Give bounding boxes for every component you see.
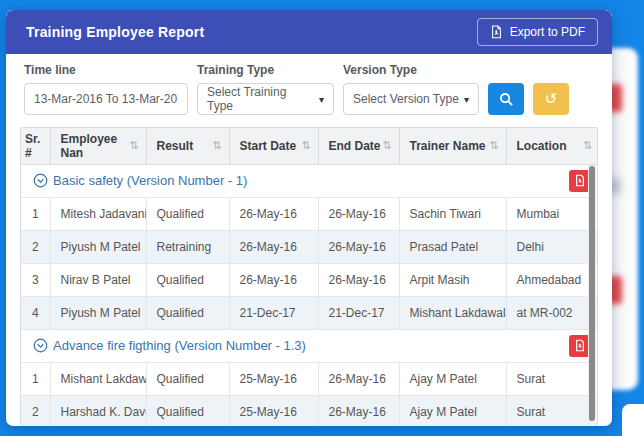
export-pdf-label: Export to PDF [510,25,585,39]
table-cell: 26-May-16 [229,197,318,230]
training-type-select[interactable]: Select Training Type ▾ [197,83,334,115]
timeline-filter: Time line [24,63,188,115]
collapse-chevron-icon[interactable] [33,338,48,353]
group-header-row[interactable]: Basic safety (Version Number - 1) [21,164,598,197]
table-cell: at MR-002 [506,296,598,329]
table-cell: Surat [506,395,598,426]
search-icon [499,92,514,107]
table-body: Basic safety (Version Number - 1)1Mitesh… [21,164,598,426]
column-header-sr: Sr. # [21,128,50,164]
table-row: 3Nirav B PatelQualified26-May-1626-May-1… [21,263,598,296]
table-cell: Mishant Lakdawala [399,296,506,329]
timeline-input[interactable] [24,83,188,115]
report-table: Sr. # Employee Nan ⇅ Result ⇅ Start Date… [20,127,598,426]
table-cell: Qualified [146,263,229,296]
table-cell: Arpit Masih [399,263,506,296]
training-type-filter: Training Type Select Training Type ▾ [197,63,334,115]
sort-icon[interactable]: ⇅ [382,139,391,152]
table-cell: 26-May-16 [318,263,399,296]
sort-icon[interactable]: ⇅ [129,139,138,152]
table-cell: Surat [506,362,598,395]
version-type-select[interactable]: Select Version Type ▾ [343,83,479,115]
table-cell: 26-May-16 [318,197,399,230]
table-cell: Ajay M Patel [399,395,506,426]
refresh-button[interactable]: ↺ [533,83,569,115]
table-cell: Mitesh Jadavani [50,197,146,230]
timeline-label: Time line [24,63,188,77]
table-cell: Retraining [146,230,229,263]
table-row: 2Harshad K. DaveQualified25-May-1626-May… [21,395,598,426]
table-cell: 26-May-16 [318,230,399,263]
sort-icon[interactable]: ⇅ [489,139,498,152]
table-cell: Piyush M Patel [50,296,146,329]
sort-icon[interactable]: ⇅ [301,139,310,152]
table-cell: Harshad K. Dave [50,395,146,426]
version-type-label: Version Type [343,63,479,77]
table-cell: 26-May-16 [318,395,399,426]
group-header-row[interactable]: Advance fire figthing (Version Number - … [21,329,598,362]
group-title: Basic safety (Version Number - 1) [53,173,247,188]
column-header-employee-name[interactable]: Employee Nan ⇅ [50,128,146,164]
table-cell: Mumbai [506,197,598,230]
table-cell: 25-May-16 [229,395,318,426]
pdf-file-icon [574,339,586,352]
column-header-result[interactable]: Result ⇅ [146,128,229,164]
column-header-end-date[interactable]: End Date ⇅ [318,128,399,164]
sort-icon[interactable]: ⇅ [212,139,221,152]
training-type-label: Training Type [197,63,334,77]
pdf-file-icon [574,174,586,187]
group-header-cell: Basic safety (Version Number - 1) [21,164,598,197]
search-button[interactable] [488,83,524,115]
table-cell: 4 [21,296,50,329]
table-cell: 26-May-16 [229,230,318,263]
collapse-chevron-icon[interactable] [33,173,48,188]
sort-icon[interactable]: ⇅ [583,139,592,152]
table-cell: Qualified [146,395,229,426]
column-header-trainer-name[interactable]: Trainer Name ⇅ [399,128,506,164]
table-cell: 2 [21,230,50,263]
table-cell: Qualified [146,296,229,329]
report-modal: Training Employee Report Export to PDF T… [6,10,612,426]
table-cell: 1 [21,197,50,230]
table-cell: Sachin Tiwari [399,197,506,230]
table-header-row: Sr. # Employee Nan ⇅ Result ⇅ Start Date… [21,128,598,164]
export-pdf-button[interactable]: Export to PDF [477,18,598,46]
background-page-corner [622,404,644,436]
table-cell: 1 [21,362,50,395]
column-header-location[interactable]: Location ⇅ [506,128,598,164]
group-header-cell: Advance fire figthing (Version Number - … [21,329,598,362]
filter-bar: Time line Training Type Select Training … [6,54,612,127]
table-cell: Ajay M Patel [399,362,506,395]
column-header-start-date[interactable]: Start Date ⇅ [229,128,318,164]
table-cell: Delhi [506,230,598,263]
table-scrollbar[interactable] [588,165,596,426]
training-type-selected: Select Training Type [207,85,315,113]
table-cell: Prasad Patel [399,230,506,263]
table-cell: 26-May-16 [229,263,318,296]
table-cell: 26-May-16 [318,362,399,395]
chevron-down-icon: ▾ [464,94,469,105]
table-cell: 3 [21,263,50,296]
table-cell: 21-Dec-17 [229,296,318,329]
refresh-icon: ↺ [545,92,558,107]
table-cell: 21-Dec-17 [318,296,399,329]
version-type-selected: Select Version Type [353,92,460,106]
table-cell: Nirav B Patel [50,263,146,296]
pdf-file-icon [490,25,503,39]
group-title: Advance fire figthing (Version Number - … [53,338,306,353]
version-type-filter: Version Type Select Version Type ▾ [343,63,479,115]
modal-header: Training Employee Report Export to PDF [6,10,612,54]
table-cell: Qualified [146,362,229,395]
table-cell: Ahmedabad [506,263,598,296]
table-cell: Qualified [146,197,229,230]
table-row: 1Mitesh JadavaniQualified26-May-1626-May… [21,197,598,230]
table-cell: Mishant Lakdawala [50,362,146,395]
table-row: 1Mishant LakdawalaQualified25-May-1626-M… [21,362,598,395]
page-title: Training Employee Report [26,24,204,40]
table-row: 4Piyush M PatelQualified21-Dec-1721-Dec-… [21,296,598,329]
table-cell: 25-May-16 [229,362,318,395]
table-cell: Piyush M Patel [50,230,146,263]
table-row: 2Piyush M PatelRetraining26-May-1626-May… [21,230,598,263]
scrollbar-thumb[interactable] [589,166,595,421]
table-cell: 2 [21,395,50,426]
